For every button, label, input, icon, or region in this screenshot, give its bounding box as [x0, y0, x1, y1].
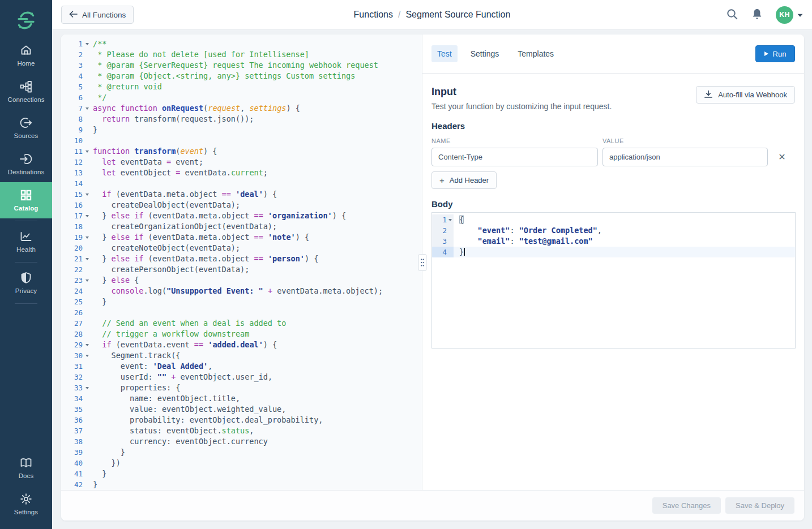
search-button[interactable] — [726, 8, 738, 22]
code-line: 35 value: eventObject.weighted_value, — [61, 404, 422, 415]
tab-settings[interactable]: Settings — [465, 45, 505, 62]
fold-toggle[interactable] — [83, 355, 92, 357]
fold-caret-icon — [86, 355, 89, 357]
add-header-button[interactable]: + Add Header — [431, 171, 497, 189]
tab-bar: TestSettingsTemplates Run — [422, 35, 804, 74]
account-menu[interactable]: KH — [776, 6, 803, 24]
autofill-label: Auto-fill via Webhook — [718, 91, 787, 99]
top-header: All Functions Functions/Segment Source F… — [52, 0, 812, 30]
line-number: 17 — [61, 212, 83, 220]
code-line: 28 // trigger a workflow downstream — [61, 329, 422, 339]
code-line: 18 createOrganizationObject(eventData); — [61, 221, 422, 232]
sidebar-item-destinations[interactable]: Destinations — [0, 146, 52, 182]
fold-caret-icon — [86, 258, 89, 260]
add-header-label: Add Header — [450, 176, 489, 184]
line-number: 1 — [61, 40, 83, 48]
fold-caret-icon — [86, 236, 89, 239]
line-number: 23 — [61, 276, 83, 285]
code-line: 20 createNoteObject(eventData); — [61, 243, 422, 253]
input-subtitle: Test your function by customizing the in… — [431, 102, 612, 111]
fold-toggle[interactable] — [83, 344, 92, 346]
sidebar: HomeConnectionsSourcesDestinationsCatalo… — [0, 0, 52, 529]
line-number: 21 — [61, 255, 83, 263]
fold-toggle[interactable] — [83, 279, 92, 282]
download-icon — [704, 90, 713, 100]
header-row: ✕ — [431, 148, 795, 166]
sidebar-item-label: Settings — [14, 509, 38, 515]
code-line: 37 status: eventObject.status, — [61, 425, 422, 436]
line-number: 2 — [432, 225, 447, 236]
line-number: 19 — [61, 233, 83, 242]
fold-toggle[interactable] — [83, 193, 92, 196]
fold-toggle[interactable] — [83, 236, 92, 239]
line-number: 10 — [61, 136, 83, 145]
fold-toggle[interactable] — [83, 387, 92, 389]
run-button[interactable]: Run — [755, 45, 795, 62]
search-icon — [726, 8, 738, 22]
sidebar-item-health[interactable]: Health — [0, 223, 52, 260]
breadcrumb-parent[interactable]: Functions — [354, 10, 393, 19]
fold-toggle[interactable] — [83, 150, 92, 153]
header-value-label: VALUE — [602, 137, 624, 144]
sidebar-item-label: Connections — [7, 96, 44, 103]
resize-drag-handle[interactable] — [418, 254, 426, 271]
line-number: 4 — [432, 247, 447, 257]
fold-toggle[interactable] — [83, 43, 92, 45]
line-number: 12 — [61, 158, 83, 166]
sidebar-divider — [15, 303, 37, 304]
sidebar-divider — [15, 221, 37, 221]
fold-toggle[interactable] — [447, 214, 454, 225]
code-line: 6 */ — [61, 92, 422, 103]
code-line: 15 if (eventData.meta.object == 'deal') … — [61, 189, 422, 200]
autofill-webhook-button[interactable]: Auto-fill via Webhook — [696, 86, 795, 104]
all-functions-button[interactable]: All Functions — [61, 6, 134, 24]
fold-toggle[interactable] — [83, 258, 92, 260]
avatar[interactable]: KH — [776, 6, 793, 24]
save-changes-button[interactable]: Save Changes — [652, 497, 721, 514]
fold-caret-icon — [86, 387, 89, 389]
code-line: 32 userId: "" + eventObject.user_id, — [61, 372, 422, 382]
text-cursor — [464, 248, 465, 256]
line-number: 11 — [61, 147, 83, 156]
code-line: 42} — [61, 479, 422, 490]
sidebar-item-privacy[interactable]: Privacy — [0, 265, 52, 301]
run-label: Run — [773, 50, 787, 58]
tab-templates[interactable]: Templates — [512, 45, 559, 62]
segment-logo-icon[interactable] — [0, 0, 52, 37]
sidebar-item-label: Sources — [14, 132, 39, 139]
code-line: 38 currency: eventObject.currency — [61, 436, 422, 447]
line-number: 32 — [61, 373, 83, 381]
line-number: 26 — [61, 308, 83, 317]
request-body-editor[interactable]: 1{2 "event": "Order Completed",3 "email"… — [431, 212, 796, 349]
sidebar-item-home[interactable]: Home — [0, 37, 52, 74]
line-number: 27 — [61, 319, 83, 328]
sidebar-item-docs[interactable]: Docs — [0, 450, 52, 486]
sidebar-item-catalog[interactable]: Catalog — [0, 182, 52, 218]
line-number: 28 — [61, 330, 83, 338]
caret-down-icon — [797, 10, 803, 20]
sidebar-item-settings[interactable]: Settings — [0, 486, 52, 522]
notifications-button[interactable] — [751, 8, 763, 22]
fold-toggle[interactable] — [83, 107, 92, 110]
header-value-input[interactable] — [602, 148, 768, 166]
code-line: 27 // Send an event when a deal is added… — [61, 318, 422, 329]
header-name-input[interactable] — [431, 148, 598, 166]
remove-header-button[interactable]: ✕ — [776, 151, 788, 164]
line-number: 37 — [61, 427, 83, 435]
save-deploy-button[interactable]: Save & Deploy — [725, 497, 794, 514]
line-number: 29 — [61, 341, 83, 349]
code-line: 19 } else if (eventData.meta.object == '… — [61, 232, 422, 243]
fold-toggle — [447, 247, 454, 257]
sidebar-item-sources[interactable]: Sources — [0, 110, 52, 146]
code-line: 36 probability: eventObject.deal_probabi… — [61, 415, 422, 425]
sidebar-spacer — [0, 306, 52, 450]
line-number: 3 — [432, 236, 447, 247]
line-number: 22 — [61, 265, 83, 274]
headers-title: Headers — [431, 121, 795, 131]
line-number: 41 — [61, 470, 83, 478]
source-code-editor[interactable]: 1/**2 * Please do not delete [used for I… — [61, 35, 422, 490]
fold-toggle[interactable] — [83, 215, 92, 217]
tab-test[interactable]: Test — [431, 45, 458, 62]
sidebar-item-connections[interactable]: Connections — [0, 74, 52, 110]
settings-icon — [20, 492, 32, 506]
